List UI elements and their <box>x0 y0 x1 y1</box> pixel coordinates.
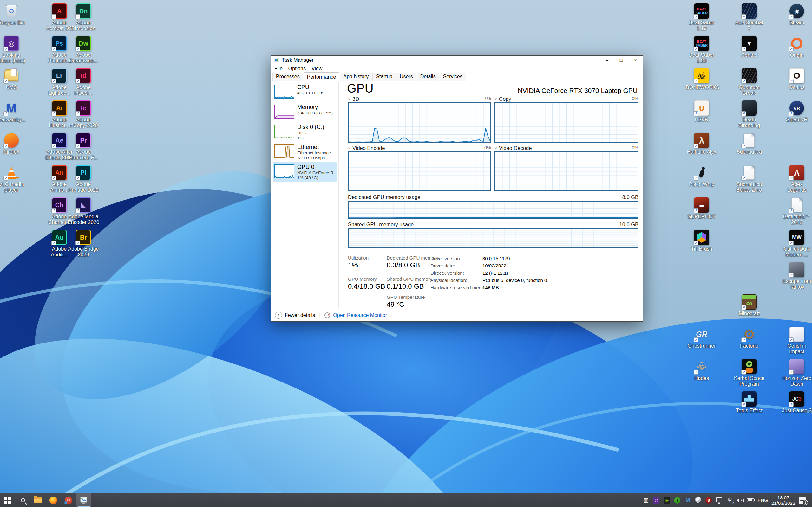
razer-synapse-tray-icon[interactable]: ƨ <box>674 497 681 504</box>
desktop-icon-art: Dn↗ <box>67 3 99 19</box>
hidden-icons-grid-icon[interactable]: ▦ <box>642 497 649 504</box>
desktop-icon-subnautica[interactable]: ↗Subnautica <box>733 132 765 155</box>
network-tray-icon[interactable] <box>716 497 722 504</box>
desktop-icon-steamvr[interactable]: VR↗SteamVR <box>781 100 812 123</box>
taskbar-search-button[interactable] <box>15 493 31 507</box>
desktop-icon-adobe-media-encoder-2020[interactable]: ◣↗Adobe Media Encoder 2020 <box>67 197 99 225</box>
desktop-icon-death-stranding[interactable]: ↗Death Stranding <box>733 100 765 128</box>
desktop-icon-call-of-duty-modern-[interactable]: MW↗Call of Duty Modern ... <box>781 229 812 258</box>
shortcut-arrow-icon: ↗ <box>51 14 56 19</box>
tab-app-history[interactable]: App history <box>340 72 372 81</box>
chart-section-label-video-encode[interactable]: ∨Video Encode <box>348 145 385 151</box>
tab-startup[interactable]: Startup <box>372 72 396 81</box>
icon-glyph: Pr <box>80 137 87 144</box>
taskbar-firefox-button[interactable] <box>46 493 61 507</box>
volume-tray-icon[interactable] <box>737 497 744 504</box>
desktop-icon-subnautica-below-zero[interactable]: ↗Subnautica Below Zero <box>733 165 765 193</box>
desktop-icon-tetris-effect[interactable]: ↗Tetris Effect <box>733 391 765 413</box>
sidebar-item-memory[interactable]: Memory3.4/20.0 GB (17%) <box>273 102 337 122</box>
menu-item-file[interactable]: File <box>271 66 286 72</box>
desktop-icon-recycle-bin[interactable]: ♻Recycle Bin <box>0 3 27 26</box>
desktop-icon-horizon-zero-dawn[interactable]: ↗Horizon Zero Dawn <box>781 359 812 387</box>
minimize-button[interactable]: – <box>600 56 614 65</box>
desktop-icon-adobe-incopy-2020[interactable]: Ic↗Adobe InCopy 2020 <box>67 100 99 128</box>
windows-security-tray-icon[interactable] <box>695 497 702 504</box>
desktop-icon-adobe-prelude-2020[interactable]: Pl↗Adobe Prelude 2020 <box>67 165 99 193</box>
desktop-icon-quantum-break[interactable]: ↗Quantum Break <box>733 68 765 96</box>
desktop-icon-apex-legends[interactable]: Λ↗Apex Legends <box>781 165 812 193</box>
desktop-icon-control[interactable]: ▼↗Control <box>733 36 765 58</box>
desktop-icon-origin[interactable]: ↗Origin <box>781 36 812 58</box>
desktop-icon-pistol-whip[interactable]: ↗Pistol Whip <box>686 165 717 187</box>
chart-section-label-3d[interactable]: ∨3D <box>348 96 359 102</box>
desktop-icon-vlc-media-player[interactable]: ↗VLC media player <box>0 165 27 193</box>
looking-glass-tray-icon[interactable]: ◎ <box>653 497 660 504</box>
chart-section-label-video-decode[interactable]: ∨Video Decode <box>495 145 531 151</box>
usb-tray-icon[interactable]: Ψ✓ <box>726 497 733 504</box>
desktop-icon-adobe-dimension[interactable]: Dn↗Adobe Dimension <box>67 3 99 32</box>
maximize-button[interactable]: □ <box>614 56 628 65</box>
desktop-icon-adobe-bridge-2020[interactable]: Br↗Adobe Bridge 2020 <box>67 229 99 258</box>
desktop-icon-label: Battlefield™ 2042 <box>781 214 812 225</box>
desktop-icon-ghostrunner[interactable]: GR↗Ghostrunner <box>686 326 717 349</box>
title-bar[interactable]: Task Manager – □ × <box>271 56 643 65</box>
notification-center-button[interactable]: 1 <box>799 497 806 504</box>
desktop-icon-battlefield-2042[interactable]: ↗Battlefield™ 2042 <box>781 197 812 225</box>
sidebar-item-ethernet[interactable]: EthernetEthernet Instance ...S: 0 R: 0 K… <box>273 142 337 162</box>
tab-users[interactable]: Users <box>396 72 416 81</box>
desktop-icon-oculus[interactable]: O↗Oculus <box>781 68 812 90</box>
desktop-icon-art: ↗ <box>781 197 812 213</box>
start-button[interactable] <box>0 493 15 507</box>
taskbar-file-explorer-button[interactable] <box>31 493 46 507</box>
desktop-icon-malwareby-[interactable]: M↗Malwareby... <box>0 100 27 123</box>
sidebar-item-disk-0-c-[interactable]: Disk 0 (C:)HDD1% <box>273 122 337 142</box>
desktop-icon-hades[interactable]: ☠↗Hades <box>686 359 717 381</box>
language-indicator[interactable]: ENG <box>757 498 768 503</box>
desktop-icon-minecraft[interactable]: ∞↗Minecraft <box>733 294 765 317</box>
menu-item-options[interactable]: Options <box>286 66 309 72</box>
tab-processes[interactable]: Processes <box>272 72 303 81</box>
tab-performance[interactable]: Performance <box>304 72 340 81</box>
desktop-icon-tilt-brush[interactable]: ↗Tilt Brush <box>686 229 717 252</box>
desktop-icon-boneworks[interactable]: ☠↗BONEWORKS <box>686 68 717 90</box>
taskbar-task-manager-button[interactable] <box>76 493 91 507</box>
battery-tray-icon[interactable] <box>747 497 754 504</box>
shortcut-arrow-icon: ↗ <box>789 337 794 342</box>
shortcut-arrow-icon: ↗ <box>741 305 746 310</box>
taskbar-clock[interactable]: 18:07 21/03/2022 <box>771 495 795 506</box>
malwarebytes-tray-icon[interactable]: M <box>684 497 691 504</box>
desktop-icon-firefox[interactable]: ↗Firefox <box>0 132 27 155</box>
clock-time: 18:07 <box>771 495 795 500</box>
desktop-icon-beat-saber-1-20[interactable]: BEATSABER↗Beat Saber 1.20 <box>686 36 717 64</box>
menu-item-view[interactable]: View <box>309 66 325 72</box>
sidebar-item-gpu-0[interactable]: GPU 0NVIDIA GeForce R...1% (49 °C) <box>273 162 337 182</box>
tray-red-badge-icon[interactable]: 8 <box>705 497 712 504</box>
nvidia-settings-tray-icon[interactable]: ◉ <box>663 497 670 504</box>
fewer-details-button[interactable]: Fewer details <box>285 313 315 318</box>
desktop-icon-beat-saber-1-19[interactable]: BEATSABER↗Beat Saber 1.19 <box>686 3 717 32</box>
taskbar-screen-capture-button[interactable]: ✂ <box>61 493 76 507</box>
desktop-icon-adobe-indesi-[interactable]: Id↗Adobe InDesi... <box>67 68 99 96</box>
desktop-icon-looking-glass-host-[interactable]: ◎↗Looking Glass (host) <box>0 36 27 64</box>
chart-section-label-copy[interactable]: ∨Copy <box>495 96 511 102</box>
desktop-icon-kerbal-space-program[interactable]: ↗Kerbal Space Program <box>733 359 765 387</box>
desktop-icon-ace-combat-7[interactable]: ↗Ace Combat 7 <box>733 3 765 32</box>
desktop-icon-half-life-alyx[interactable]: λ↗Half Life Alyx <box>686 132 717 155</box>
tab-details[interactable]: Details <box>417 72 439 81</box>
desktop-icon-h3vr[interactable]: ∪↗H3VR <box>686 100 717 123</box>
desktop-icon-superhot[interactable]: ▬↗SUPERHOT <box>686 197 717 220</box>
desktop-icon-factorio[interactable]: ⚙↗Factorio <box>733 326 765 349</box>
desktop-icon-genshin-impact[interactable]: ↗Genshin Impact <box>781 326 812 354</box>
close-button[interactable]: × <box>628 56 643 65</box>
desktop-icon-adobe-dreamwea-[interactable]: Dw↗Adobe Dreamwea... <box>67 36 99 64</box>
open-resource-monitor-link[interactable]: Open Resource Monitor <box>333 313 387 318</box>
desktop-icon-steam[interactable]: ◉↗Steam <box>781 3 812 26</box>
desktop-icon-art: Br↗ <box>67 229 99 245</box>
desktop-icon-adobe-premiere-p-[interactable]: Pr↗Adobe Premiere P... <box>67 132 99 161</box>
desktop-icon-kms[interactable]: ↗KMS <box>0 68 27 90</box>
shortcut-arrow-icon: ↗ <box>694 47 699 51</box>
sidebar-item-cpu[interactable]: CPU4% 3.19 GHz <box>273 82 337 102</box>
desktop-icon-just-cause-3[interactable]: JC3↗Just Cause 3 <box>781 391 812 413</box>
desktop-icon-escape-from-tarkov[interactable]: ↗Escape from Tarkov <box>781 262 812 290</box>
tab-services[interactable]: Services <box>440 72 466 81</box>
